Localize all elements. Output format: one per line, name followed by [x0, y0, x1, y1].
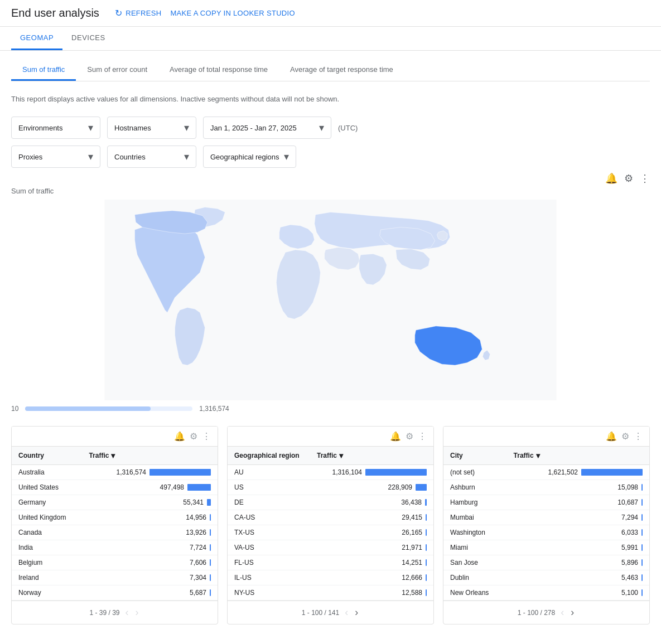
table-row: Dublin 5,463	[443, 570, 649, 585]
date-range-filter[interactable]: Jan 1, 2025 - Jan 27, 2025 ▾	[203, 117, 331, 139]
geo-traffic: 29,415	[310, 510, 433, 525]
copy-looker-button[interactable]: MAKE A COPY IN LOOKER STUDIO	[170, 9, 295, 17]
geo-prev-btn[interactable]: ‹	[344, 606, 349, 619]
map-more-icon[interactable]: ⋮	[640, 172, 650, 185]
metric-tab-traffic[interactable]: Sum of traffic	[11, 60, 76, 81]
tab-devices[interactable]: DEVICES	[62, 27, 114, 50]
geo-traffic-col-header[interactable]: Traffic ▾	[310, 447, 433, 465]
geo-page-info: 1 - 100 / 141	[302, 609, 339, 617]
table-row: Mumbai 7,294	[443, 510, 649, 525]
geo-data-table: Geographical region Traffic ▾ AU 1,31	[228, 447, 433, 601]
filters-row-1: Environments ▾ Hostnames ▾ Jan 1, 2025 -…	[11, 117, 650, 139]
utc-label: (UTC)	[338, 124, 358, 132]
geo-traffic: 21,971	[310, 540, 433, 555]
traffic-bar	[426, 529, 427, 536]
city-name: Miami	[443, 540, 507, 555]
map-lock-icon[interactable]: 🔔	[605, 172, 617, 185]
country-traffic: 14,956	[82, 510, 218, 525]
table-row: Germany 55,341	[12, 495, 218, 510]
map-slider[interactable]: 10 1,316,574	[11, 400, 650, 422]
slider-max: 1,316,574	[199, 405, 229, 413]
proxies-arrow-icon: ▾	[88, 151, 93, 163]
map-controls: 🔔 ⚙ ⋮	[11, 172, 650, 185]
hostnames-filter[interactable]: Hostnames ▾	[107, 117, 196, 139]
table-row: India 7,724	[12, 540, 218, 555]
metric-tab-error[interactable]: Sum of error count	[76, 60, 158, 81]
countries-filter[interactable]: Countries ▾	[107, 146, 196, 168]
city-table-filter-icon[interactable]: ⚙	[621, 431, 629, 442]
table-row: NY-US 12,588	[228, 585, 433, 601]
city-pagination: 1 - 100 / 278 ‹ ›	[443, 601, 649, 624]
geo-col-header: Geographical region	[228, 447, 310, 465]
date-range-label: Jan 1, 2025 - Jan 27, 2025	[210, 124, 297, 132]
geo-table-filter-icon[interactable]: ⚙	[406, 431, 413, 442]
refresh-icon: ↻	[115, 8, 122, 18]
traffic-bar	[365, 469, 427, 476]
city-name: Dublin	[443, 570, 507, 585]
city-traffic: 6,033	[507, 525, 649, 540]
table-row: (not set) 1,621,502	[443, 465, 649, 480]
table-row: Ashburn 15,098	[443, 480, 649, 495]
traffic-bar	[210, 589, 211, 596]
filters-row-2: Proxies ▾ Countries ▾ Geographical regio…	[11, 146, 650, 168]
city-table: 🔔 ⚙ ⋮ City Traffic ▾	[443, 426, 650, 624]
geo-regions-label: Geographical regions	[210, 153, 279, 161]
data-tables: 🔔 ⚙ ⋮ Country Traffic ▾	[11, 426, 650, 624]
traffic-bar	[641, 589, 643, 596]
country-sort-icon: ▾	[111, 451, 115, 460]
table-row: United States 497,498	[12, 480, 218, 495]
country-name: Ireland	[12, 570, 82, 585]
page-title: End user analysis	[11, 7, 99, 20]
geo-region: VA-US	[228, 540, 310, 555]
main-tabs: GEOMAP DEVICES	[0, 27, 661, 51]
city-traffic-col-header[interactable]: Traffic ▾	[507, 447, 649, 465]
city-traffic: 5,463	[507, 570, 649, 585]
city-traffic: 5,100	[507, 585, 649, 601]
geo-regions-filter[interactable]: Geographical regions ▾	[203, 146, 296, 168]
country-name: Belgium	[12, 555, 82, 570]
environments-filter[interactable]: Environments ▾	[11, 117, 100, 139]
geo-table-more-icon[interactable]: ⋮	[418, 431, 427, 442]
slider-track[interactable]	[25, 406, 192, 411]
environments-arrow-icon: ▾	[88, 122, 93, 134]
city-name: Mumbai	[443, 510, 507, 525]
city-name: New Orleans	[443, 585, 507, 601]
metric-tab-target-response[interactable]: Average of target response time	[279, 60, 404, 81]
city-table-more-icon[interactable]: ⋮	[634, 431, 643, 442]
traffic-bar	[187, 484, 211, 491]
traffic-bar	[426, 574, 427, 581]
countries-arrow-icon: ▾	[184, 151, 189, 163]
city-table-lock-icon[interactable]: 🔔	[606, 431, 617, 442]
country-table-more-icon[interactable]: ⋮	[202, 431, 211, 442]
traffic-bar	[416, 484, 427, 491]
geo-next-btn[interactable]: ›	[354, 606, 359, 619]
geo-region: DE	[228, 495, 310, 510]
country-prev-btn[interactable]: ‹	[124, 606, 130, 619]
slider-min: 10	[11, 405, 18, 413]
tab-geomap[interactable]: GEOMAP	[11, 27, 62, 50]
table-row: FL-US 14,251	[228, 555, 433, 570]
country-traffic-col-header[interactable]: Traffic ▾	[82, 447, 218, 465]
geo-traffic: 12,666	[310, 570, 433, 585]
country-next-btn[interactable]: ›	[134, 606, 140, 619]
geo-region: FL-US	[228, 555, 310, 570]
country-table-lock-icon[interactable]: 🔔	[174, 431, 185, 442]
city-traffic: 10,687	[507, 495, 649, 510]
city-prev-btn[interactable]: ‹	[559, 606, 565, 619]
main-content: Sum of traffic Sum of error count Averag…	[0, 51, 661, 624]
city-next-btn[interactable]: ›	[570, 606, 575, 619]
traffic-bar	[426, 559, 427, 566]
country-table-filter-icon[interactable]: ⚙	[190, 431, 197, 442]
map-filter-icon[interactable]: ⚙	[624, 172, 633, 185]
geo-traffic: 1,316,104	[310, 465, 433, 480]
proxies-filter[interactable]: Proxies ▾	[11, 146, 100, 168]
country-traffic: 13,926	[82, 525, 218, 540]
table-row: San Jose 5,896	[443, 555, 649, 570]
traffic-bar	[210, 529, 211, 536]
table-row: Norway 5,687	[12, 585, 218, 601]
refresh-button[interactable]: ↻ REFRESH	[115, 8, 162, 18]
traffic-bar	[425, 499, 427, 506]
geo-table-lock-icon[interactable]: 🔔	[390, 431, 401, 442]
metric-tab-total-response[interactable]: Average of total response time	[158, 60, 279, 81]
geo-traffic: 36,438	[310, 495, 433, 510]
